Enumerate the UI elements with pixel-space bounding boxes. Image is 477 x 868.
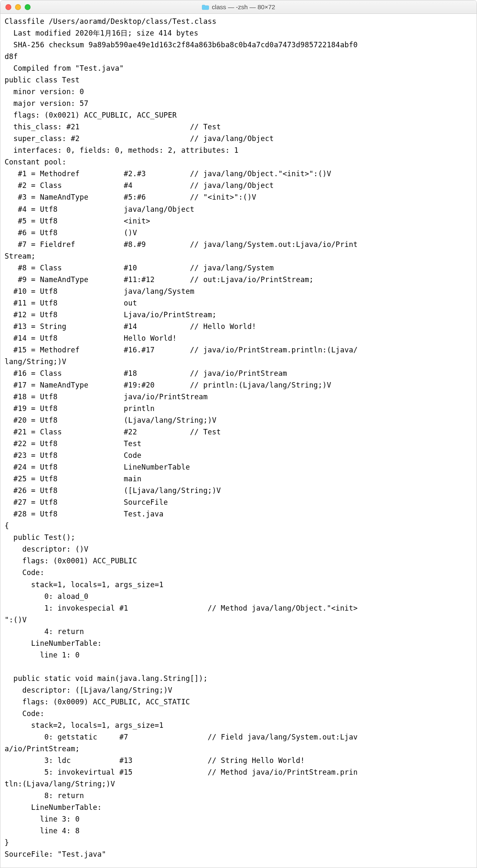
maximize-icon[interactable] — [25, 4, 31, 10]
window-title-wrap: class — -zsh — 80×72 — [0, 3, 477, 10]
terminal-window: class — -zsh — 80×72 Classfile /Users/ao… — [0, 0, 477, 868]
traffic-lights — [5, 4, 31, 10]
terminal-output[interactable]: Classfile /Users/aoramd/Desktop/class/Te… — [0, 14, 477, 868]
folder-icon — [202, 4, 209, 10]
close-icon[interactable] — [5, 4, 11, 10]
titlebar[interactable]: class — -zsh — 80×72 — [0, 0, 477, 14]
minimize-icon[interactable] — [15, 4, 21, 10]
window-title: class — -zsh — 80×72 — [212, 3, 275, 10]
